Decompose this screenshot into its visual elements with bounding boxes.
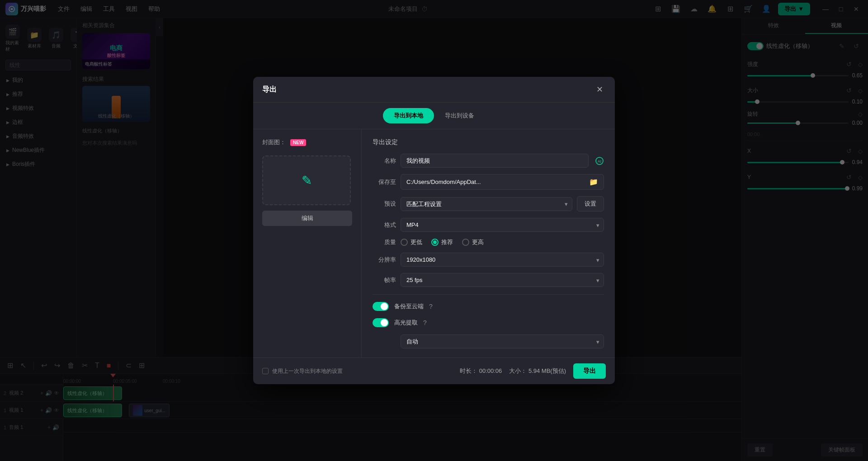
save-to-input[interactable] <box>406 179 586 185</box>
highlight-select-container: 自动手动 ▾ <box>401 334 604 348</box>
highlight-help-icon[interactable]: ? <box>423 319 427 326</box>
modal-tabs: 导出到本地 导出到设备 <box>253 103 615 129</box>
quality-options: 更低 推荐 更高 <box>401 238 484 246</box>
size-info: 大小： 5.94 MB(预估) <box>509 367 566 375</box>
format-select[interactable]: MP4 <box>401 218 604 232</box>
preset-select-container: 匹配工程设置 ▾ <box>401 197 572 211</box>
settings-button[interactable]: 设置 <box>577 196 604 212</box>
cover-section: 封面图： NEW <box>262 138 352 146</box>
quality-higher[interactable]: 更高 <box>462 238 484 246</box>
preset-row: 预设 匹配工程设置 ▾ 设置 <box>373 196 604 212</box>
highlight-select[interactable]: 自动手动 <box>401 334 604 348</box>
modal-right: 导出设定 名称 AI 保存至 📁 <box>362 129 615 358</box>
format-select-container: MP4 ▾ <box>401 218 604 232</box>
format-row: 格式 MP4 ▾ <box>373 218 604 232</box>
export-modal-overlay: 导出 ✕ 导出到本地 导出到设备 封面图： NEW ✎ 编辑 导出设定 <box>0 0 868 461</box>
framerate-select[interactable]: 25 fps <box>401 273 604 287</box>
modal-body: 封面图： NEW ✎ 编辑 导出设定 名称 AI <box>253 129 615 358</box>
name-row: 名称 AI <box>373 154 604 168</box>
svg-text:AI: AI <box>598 159 602 164</box>
framerate-select-container: 25 fps ▾ <box>401 273 604 287</box>
modal-title: 导出 <box>262 85 277 94</box>
save-to-field[interactable]: 📁 <box>401 174 604 190</box>
preset-select[interactable]: 匹配工程设置 <box>401 197 572 211</box>
resolution-select-container: 1920x1080 ▾ <box>401 253 604 267</box>
tab-export-local[interactable]: 导出到本地 <box>383 108 434 123</box>
export-modal: 导出 ✕ 导出到本地 导出到设备 封面图： NEW ✎ 编辑 导出设定 <box>253 77 615 384</box>
use-last-settings: 使用上一次导出到本地的设置 <box>262 367 453 375</box>
modal-footer: 使用上一次导出到本地的设置 时长： 00:00:06 大小： 5.94 MB(预… <box>253 358 615 384</box>
framerate-row: 帧率 25 fps ▾ <box>373 273 604 287</box>
modal-close-button[interactable]: ✕ <box>593 83 606 96</box>
resolution-select[interactable]: 1920x1080 <box>401 253 604 267</box>
use-last-settings-checkbox[interactable] <box>262 368 269 374</box>
new-badge: NEW <box>290 139 306 146</box>
modal-header: 导出 ✕ <box>253 77 615 103</box>
export-settings-title: 导出设定 <box>373 138 604 146</box>
quality-row: 质量 更低 推荐 <box>373 238 604 246</box>
highlight-toggle[interactable] <box>373 318 389 327</box>
save-to-row: 保存至 📁 <box>373 174 604 190</box>
cover-preview[interactable]: ✎ <box>262 155 351 205</box>
duration-info: 时长： 00:00:06 <box>460 367 502 375</box>
ai-icon[interactable]: AI <box>595 156 604 165</box>
quality-recommended[interactable]: 推荐 <box>431 238 453 246</box>
folder-icon[interactable]: 📁 <box>589 178 598 186</box>
do-export-button[interactable]: 导出 <box>573 363 606 379</box>
backup-toggle[interactable] <box>373 302 389 311</box>
resolution-row: 分辨率 1920x1080 ▾ <box>373 253 604 267</box>
quality-lower[interactable]: 更低 <box>401 238 422 246</box>
edit-cover-button[interactable]: 编辑 <box>262 211 352 226</box>
cover-edit-icon: ✎ <box>302 173 312 188</box>
highlight-toggle-row: 高光提取 ? <box>373 318 604 327</box>
backup-toggle-row: 备份至云端 ? <box>373 302 604 311</box>
modal-left: 封面图： NEW ✎ 编辑 <box>253 129 362 358</box>
tab-export-device[interactable]: 导出到设备 <box>434 108 485 123</box>
backup-help-icon[interactable]: ? <box>429 303 433 310</box>
name-input[interactable] <box>401 154 589 168</box>
